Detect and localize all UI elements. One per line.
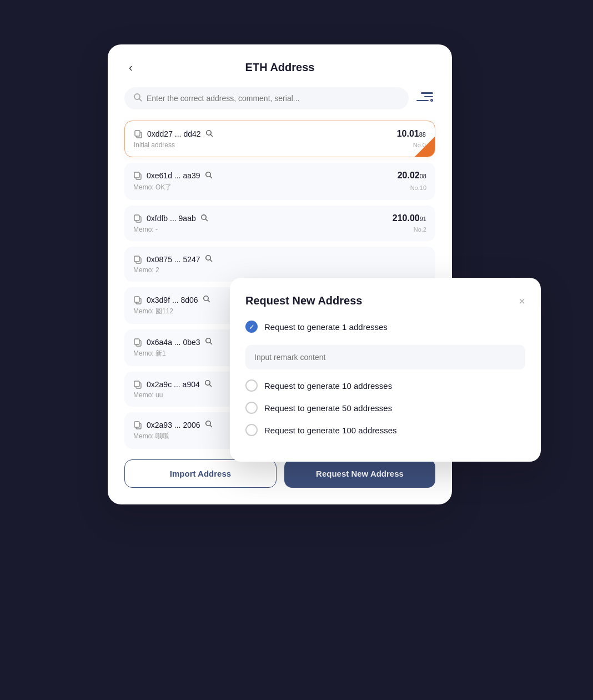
modal-close-button[interactable]: ×	[519, 296, 525, 307]
request-new-address-button[interactable]: Request New Address	[284, 459, 435, 488]
address-item[interactable]: 0xe61d ... aa39 20.02 08 Memo: OK了 No.10	[124, 163, 435, 200]
copy-icon[interactable]	[133, 421, 142, 429]
address-item[interactable]: 0xdd27 ... dd42 10.01 88 Initial address…	[124, 121, 435, 157]
address-search-icon[interactable]	[204, 379, 212, 389]
radio-check-icon: ✓	[249, 323, 255, 331]
address-left: 0x6a4a ... 0be3	[133, 337, 213, 347]
address-memo: Memo: uu	[133, 391, 163, 399]
address-top: 0xfdfb ... 9aab 210.00 91	[133, 213, 426, 223]
amount: 20.02 08	[398, 171, 426, 181]
search-input-wrap	[124, 87, 409, 109]
radio-label: Request to generate 50 addresses	[264, 403, 392, 413]
address-search-icon[interactable]	[200, 214, 208, 223]
copy-icon[interactable]	[133, 338, 142, 347]
address-short: 0xe61d ... aa39	[147, 171, 200, 180]
address-search-icon[interactable]	[205, 129, 213, 139]
svg-rect-15	[134, 256, 139, 262]
search-row	[124, 87, 435, 109]
address-item[interactable]: 0x0875 ... 5247 Memo: 2	[124, 247, 435, 282]
svg-rect-11	[134, 215, 139, 221]
radio-circle	[245, 402, 258, 414]
radio-option[interactable]: Request to generate 100 addresses	[245, 424, 525, 436]
address-left: 0x0875 ... 5247	[133, 254, 213, 264]
copy-icon[interactable]	[133, 214, 142, 223]
modal-title: Request New Address	[245, 294, 362, 307]
radio-label: Request to generate 10 addresses	[264, 381, 392, 391]
svg-line-5	[210, 134, 212, 136]
copy-icon[interactable]	[133, 255, 142, 264]
header: ‹ ETH Address	[124, 61, 435, 74]
address-memo: Memo: -	[133, 226, 158, 233]
radio-option[interactable]: ✓ Request to generate 1 addresses	[245, 321, 525, 333]
address-memo: Memo: 哦哦	[133, 432, 169, 441]
address-short: 0x6a4a ... 0be3	[147, 338, 200, 347]
radio-label: Request to generate 1 addresses	[264, 322, 388, 332]
copy-icon[interactable]	[133, 296, 142, 304]
address-no: No.10	[410, 184, 426, 191]
svg-rect-23	[134, 339, 139, 344]
copy-icon[interactable]	[133, 171, 142, 180]
svg-line-13	[205, 219, 207, 221]
address-bottom: Memo: - No.2	[133, 226, 426, 233]
address-left: 0xdd27 ... dd42	[134, 129, 213, 139]
search-input[interactable]	[147, 94, 400, 103]
address-memo: Memo: 新1	[133, 349, 166, 358]
radio-option[interactable]: Request to generate 10 addresses	[245, 379, 525, 392]
address-search-icon[interactable]	[205, 337, 213, 347]
svg-line-9	[210, 176, 212, 178]
address-memo: Memo: 2	[133, 266, 159, 274]
remark-input[interactable]	[245, 345, 525, 369]
svg-rect-27	[134, 381, 139, 387]
request-new-address-modal: Request New Address × ✓ Request to gener…	[230, 278, 541, 462]
address-left: 0xe61d ... aa39	[133, 171, 213, 181]
copy-icon[interactable]	[134, 129, 143, 138]
radio-label: Request to generate 100 addresses	[264, 426, 397, 435]
address-left: 0x3d9f ... 8d06	[133, 295, 210, 304]
modal-options: ✓ Request to generate 1 addresses Reques…	[245, 321, 525, 436]
active-corner	[415, 137, 435, 157]
address-short: 0x2a9c ... a904	[147, 380, 200, 389]
svg-line-17	[210, 260, 212, 262]
address-search-icon[interactable]	[205, 420, 213, 429]
filter-button[interactable]	[415, 90, 435, 107]
radio-option[interactable]: Request to generate 50 addresses	[245, 402, 525, 414]
address-bottom: Memo: OK了 No.10	[133, 183, 426, 192]
svg-rect-3	[135, 131, 140, 136]
address-short: 0xfdfb ... 9aab	[147, 214, 196, 223]
page-title: ETH Address	[245, 61, 315, 74]
address-top: 0xdd27 ... dd42 10.01 88	[134, 129, 426, 139]
address-left: 0xfdfb ... 9aab	[133, 214, 208, 223]
address-short: 0x3d9f ... 8d06	[147, 296, 198, 304]
search-icon	[133, 93, 142, 104]
copy-icon[interactable]	[133, 380, 142, 389]
address-search-icon[interactable]	[205, 171, 213, 181]
svg-line-33	[210, 426, 212, 427]
back-button[interactable]: ‹	[124, 59, 137, 76]
address-no: No.2	[414, 226, 426, 233]
svg-rect-19	[134, 297, 139, 302]
svg-line-1	[139, 99, 142, 101]
address-bottom: Initial address No.0	[134, 141, 426, 149]
svg-line-29	[209, 385, 211, 387]
bottom-buttons: Import Address Request New Address	[124, 459, 435, 488]
svg-rect-31	[134, 422, 139, 427]
radio-circle	[245, 424, 258, 436]
address-short: 0x0875 ... 5247	[147, 255, 200, 264]
filter-icon	[418, 92, 433, 104]
modal-header: Request New Address ×	[245, 294, 525, 307]
address-search-icon[interactable]	[203, 295, 210, 304]
address-item[interactable]: 0xfdfb ... 9aab 210.00 91 Memo: - No.2	[124, 206, 435, 241]
radio-circle	[245, 379, 258, 392]
amount: 210.00 91	[393, 213, 426, 223]
address-short: 0xdd27 ... dd42	[147, 129, 201, 138]
address-search-icon[interactable]	[205, 254, 213, 264]
address-bottom: Memo: 2	[133, 266, 426, 274]
import-address-button[interactable]: Import Address	[124, 459, 277, 488]
address-left: 0x2a93 ... 2006	[133, 420, 213, 429]
address-short: 0x2a93 ... 2006	[147, 421, 200, 429]
svg-line-25	[210, 343, 212, 344]
svg-line-21	[208, 301, 209, 302]
address-memo: Initial address	[134, 141, 175, 149]
address-memo: Memo: OK了	[133, 183, 172, 192]
radio-circle: ✓	[245, 321, 258, 333]
